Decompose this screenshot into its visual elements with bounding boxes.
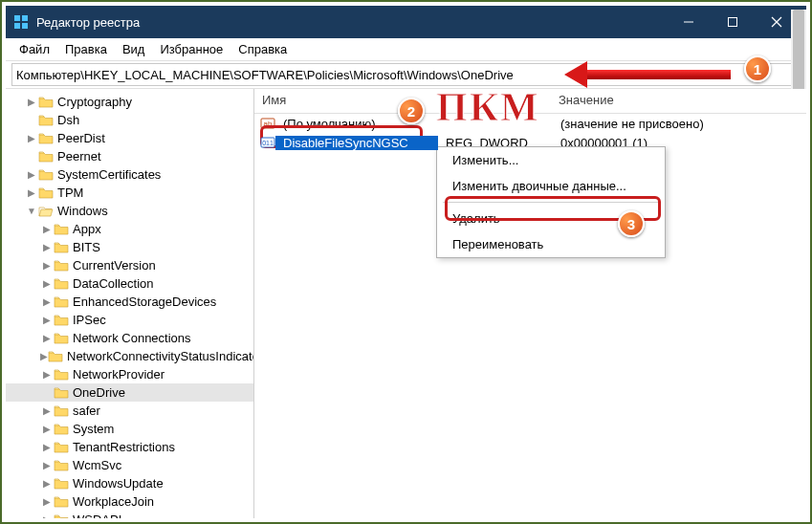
list-header[interactable]: Имя Тип Значение — [254, 89, 806, 114]
tree-node-systemcertificates[interactable]: ▶SystemCertificates — [6, 165, 253, 184]
chevron-icon[interactable]: ▶ — [40, 351, 48, 361]
tree-label: EnhancedStorageDevices — [73, 295, 216, 309]
chevron-icon[interactable]: ▶ — [40, 260, 54, 271]
chevron-icon[interactable]: ▶ — [40, 242, 54, 252]
folder-icon — [54, 332, 69, 345]
address-text: Компьютер\HKEY_LOCAL_MACHINE\SOFTWARE\Po… — [16, 68, 514, 82]
tree-label: Windows — [57, 204, 108, 218]
tree-node-appx[interactable]: ▶Appx — [6, 220, 253, 238]
folder-icon — [54, 259, 69, 273]
folder-icon — [54, 241, 69, 254]
dword-icon: 011 — [260, 135, 275, 150]
svg-rect-1 — [22, 15, 28, 21]
menu-view[interactable]: Вид — [115, 40, 153, 58]
tree-label: safer — [73, 404, 100, 418]
tree-label: Dsh — [57, 113, 79, 127]
col-name[interactable]: Имя — [254, 89, 436, 113]
chevron-icon[interactable]: ▶ — [40, 442, 54, 452]
chevron-icon[interactable]: ▶ — [40, 405, 54, 416]
tree-node-networkprovider[interactable]: ▶NetworkProvider — [6, 365, 253, 383]
chevron-icon[interactable]: ▶ — [25, 187, 38, 198]
cell-name: (По умолчанию) — [275, 117, 438, 131]
ctx-separator — [443, 202, 659, 203]
tree-label: OneDrive — [73, 385, 125, 400]
col-value[interactable]: Значение — [551, 89, 806, 113]
tree-node-network-connections[interactable]: ▶Network Connections — [6, 329, 253, 347]
tree-node-wsdapi[interactable]: ▶WSDAPI — [6, 511, 253, 518]
chevron-icon[interactable]: ▶ — [40, 496, 54, 507]
chevron-icon[interactable]: ▶ — [40, 478, 54, 489]
folder-icon — [54, 314, 69, 327]
tree-node-dsh[interactable]: Dsh — [6, 111, 253, 129]
folder-icon — [54, 477, 69, 491]
chevron-icon[interactable]: ▶ — [25, 169, 38, 180]
svg-rect-3 — [22, 23, 28, 29]
tree-node-peerdist[interactable]: ▶PeerDist — [6, 129, 253, 147]
tree-node-onedrive[interactable]: OneDrive — [6, 383, 253, 402]
tree-node-currentversion[interactable]: ▶CurrentVersion — [6, 256, 253, 274]
tree-node-networkconnectivitystatusindicator[interactable]: ▶NetworkConnectivityStatusIndicator — [6, 347, 253, 365]
tree-node-windowsupdate[interactable]: ▶WindowsUpdate — [6, 474, 253, 492]
tree-label: PeerDist — [57, 131, 105, 145]
tree-node-enhancedstoragedevices[interactable]: ▶EnhancedStorageDevices — [6, 293, 253, 311]
menu-file[interactable]: Файл — [11, 40, 57, 58]
folder-icon — [38, 132, 54, 145]
chevron-icon[interactable]: ▶ — [25, 97, 38, 107]
chevron-icon[interactable]: ▶ — [40, 315, 54, 325]
tree-node-system[interactable]: ▶System — [6, 420, 253, 438]
folder-icon — [54, 223, 69, 236]
chevron-icon[interactable]: ▶ — [40, 514, 54, 518]
svg-text:ab: ab — [264, 120, 273, 128]
ctx-rename[interactable]: Переименовать — [437, 231, 665, 257]
menu-help[interactable]: Справка — [230, 40, 295, 58]
maximize-button[interactable] — [711, 6, 755, 38]
ctx-delete[interactable]: Удалить — [437, 206, 665, 231]
tree-node-cryptography[interactable]: ▶Cryptography — [6, 93, 253, 111]
tree-label: DataCollection — [73, 276, 154, 291]
chevron-icon[interactable]: ▼ — [25, 206, 38, 216]
tree-node-safer[interactable]: ▶safer — [6, 402, 253, 420]
tree-node-windows[interactable]: ▼Windows — [6, 202, 253, 220]
folder-icon — [54, 459, 69, 472]
tree-label: CurrentVersion — [73, 258, 156, 273]
ctx-edit[interactable]: Изменить... — [437, 147, 665, 173]
folder-icon — [54, 441, 69, 454]
menu-edit[interactable]: Правка — [57, 40, 115, 58]
tree-node-datacollection[interactable]: ▶DataCollection — [6, 274, 253, 293]
folder-icon — [54, 368, 69, 382]
tree-node-bits[interactable]: ▶BITS — [6, 238, 253, 256]
chevron-icon[interactable]: ▶ — [25, 133, 38, 143]
tree-panel[interactable]: ▶CryptographyDsh▶PeerDistPeernet▶SystemC… — [6, 89, 254, 518]
app-icon — [13, 14, 29, 30]
folder-icon — [38, 114, 54, 127]
chevron-icon[interactable]: ▶ — [40, 369, 54, 380]
address-bar[interactable]: Компьютер\HKEY_LOCAL_MACHINE\SOFTWARE\Po… — [11, 63, 801, 86]
svg-rect-5 — [729, 18, 737, 27]
tree-label: WorkplaceJoin — [73, 494, 154, 509]
chevron-icon[interactable]: ▶ — [40, 424, 54, 434]
minimize-button[interactable] — [667, 6, 711, 38]
chevron-icon[interactable]: ▶ — [40, 460, 54, 470]
list-row-default[interactable]: ab (По умолчанию) REG_SZ (значение не пр… — [254, 114, 806, 133]
tree-node-peernet[interactable]: Peernet — [6, 147, 253, 165]
chevron-icon[interactable]: ▶ — [40, 296, 54, 307]
svg-rect-2 — [14, 23, 20, 29]
tree-label: IPSec — [73, 313, 106, 327]
menubar: Файл Правка Вид Избранное Справка — [6, 38, 806, 61]
cell-value: (значение не присвоено) — [553, 117, 806, 131]
folder-icon — [54, 295, 69, 309]
tree-node-ipsec[interactable]: ▶IPSec — [6, 311, 253, 329]
chevron-icon[interactable]: ▶ — [40, 224, 54, 234]
tree-label: Cryptography — [57, 95, 132, 109]
tree-node-wcmsvc[interactable]: ▶WcmSvc — [6, 456, 253, 474]
tree-node-workplacejoin[interactable]: ▶WorkplaceJoin — [6, 492, 253, 511]
tree-node-tenantrestrictions[interactable]: ▶TenantRestrictions — [6, 438, 253, 456]
titlebar: Редактор реестра — [6, 6, 806, 38]
menu-favorites[interactable]: Избранное — [152, 40, 230, 58]
folder-icon — [54, 277, 69, 291]
chevron-icon[interactable]: ▶ — [40, 278, 54, 289]
tree-node-tpm[interactable]: ▶TPM — [6, 184, 253, 202]
ctx-edit-binary[interactable]: Изменить двоичные данные... — [437, 173, 665, 199]
folder-icon — [38, 96, 54, 109]
chevron-icon[interactable]: ▶ — [40, 333, 54, 343]
